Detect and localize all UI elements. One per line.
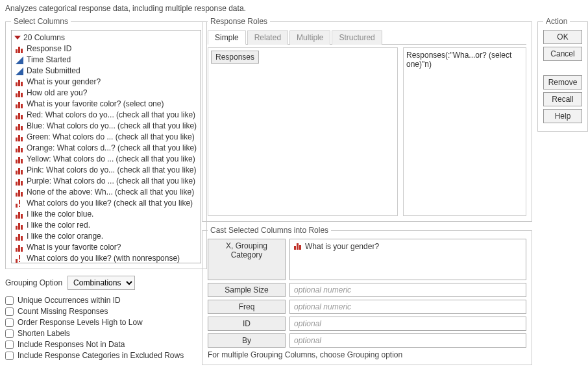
column-item[interactable]: Blue: What colors do yo... (check all th…: [14, 121, 198, 132]
svg-rect-52: [18, 245, 20, 252]
option-checkbox-row[interactable]: Include Response Categories in Excluded …: [5, 351, 197, 360]
grouping-option-select[interactable]: Combinations: [67, 276, 135, 290]
column-item[interactable]: What is your favorite color?: [14, 242, 198, 253]
option-checkbox[interactable]: [5, 341, 14, 349]
cast-button[interactable]: Freq: [208, 300, 286, 314]
option-checkbox-row[interactable]: Unique Occurrences within ID: [5, 296, 197, 305]
ok-button[interactable]: OK: [543, 30, 582, 44]
svg-rect-19: [21, 126, 23, 130]
select-columns-legend: Select Columns: [11, 17, 71, 26]
cast-button[interactable]: ID: [208, 317, 286, 331]
column-item[interactable]: Purple: What colors do ... (check all th…: [14, 176, 198, 187]
responses-button[interactable]: Responses: [211, 51, 259, 64]
column-item[interactable]: Yellow: What colors do ... (check all th…: [14, 154, 198, 165]
option-checkbox[interactable]: [5, 330, 14, 338]
column-item[interactable]: What is your gender?: [14, 77, 198, 88]
svg-rect-26: [16, 160, 18, 163]
svg-rect-53: [21, 247, 23, 252]
svg-rect-29: [16, 171, 18, 174]
option-checkbox[interactable]: [5, 296, 14, 305]
tab-simple[interactable]: Simple: [208, 30, 246, 45]
tab-structured[interactable]: Structured: [332, 30, 382, 45]
svg-rect-33: [18, 179, 20, 186]
nominal-icon: [16, 101, 23, 108]
column-item[interactable]: None of the above: Wh... (check all that…: [14, 187, 198, 198]
cast-dropzone[interactable]: optional numeric: [289, 283, 526, 297]
columns-count-row[interactable]: 20 Columns: [14, 32, 198, 43]
column-item[interactable]: I like the color red.: [14, 220, 198, 231]
tab-multiple[interactable]: Multiple: [289, 30, 330, 45]
cast-button[interactable]: Sample Size: [208, 283, 286, 297]
column-item[interactable]: Response ID: [14, 43, 198, 54]
svg-rect-48: [16, 237, 18, 241]
columns-listbox[interactable]: 20 Columns Response IDTime StartedDate S…: [11, 30, 201, 263]
svg-rect-50: [21, 236, 23, 241]
cast-placeholder: optional: [294, 336, 321, 345]
option-checkbox[interactable]: [5, 307, 14, 316]
column-item-label: I like the color red.: [27, 220, 90, 231]
svg-rect-13: [21, 104, 23, 108]
column-item-label: Red: What colors do yo... (check all tha…: [27, 110, 195, 121]
recall-button[interactable]: Recall: [543, 92, 582, 106]
cast-dropzone[interactable]: What is your gender?: [289, 239, 526, 280]
column-item[interactable]: What is your favorite color? (select one…: [14, 99, 198, 110]
roles-output-box[interactable]: Responses(:"Wha...or? (select one)"n): [403, 47, 526, 216]
remove-button[interactable]: Remove: [543, 75, 582, 90]
roles-output-text: Responses(:"Wha...or? (select one)"n): [406, 51, 511, 69]
cast-dropzone[interactable]: optional: [289, 317, 526, 331]
tab-related[interactable]: Related: [247, 30, 288, 45]
svg-rect-6: [18, 80, 20, 86]
cancel-button[interactable]: Cancel: [543, 47, 582, 61]
svg-rect-54: [16, 259, 18, 263]
column-item[interactable]: I like the color blue.: [14, 209, 198, 220]
svg-rect-24: [18, 146, 20, 152]
column-item[interactable]: Pink: What colors do yo... (check all th…: [14, 165, 198, 176]
cast-dropzone[interactable]: optional: [289, 333, 526, 348]
column-item[interactable]: Red: What colors do yo... (check all tha…: [14, 110, 198, 121]
help-button[interactable]: Help: [543, 109, 582, 123]
cast-note: For multiple Grouping Columns, choose Gr…: [208, 350, 526, 359]
nominal-icon: [16, 156, 23, 163]
column-item[interactable]: Time Started: [14, 54, 198, 66]
option-checkbox-label: Order Response Levels High to Low: [18, 318, 143, 327]
column-item[interactable]: I like the color orange.: [14, 231, 198, 242]
nominal-icon: [16, 233, 23, 241]
response-roles-panel: Response Roles SimpleRelatedMultipleStru…: [202, 17, 532, 222]
column-item[interactable]: Date Submitted: [14, 66, 198, 77]
option-checkbox-label: Count Missing Responses: [18, 307, 108, 316]
option-checkbox[interactable]: [5, 318, 14, 327]
option-checkbox-row[interactable]: Shorten Labels: [5, 329, 197, 338]
multiple-response-icon: [16, 200, 23, 208]
column-item[interactable]: How old are you?: [14, 88, 198, 99]
column-item-label: What is your favorite color? (select one…: [27, 99, 164, 110]
column-item[interactable]: Green: What colors do ... (check all tha…: [14, 132, 198, 143]
cast-placeholder: optional: [294, 319, 321, 328]
column-item[interactable]: Orange: What colors d...? (check all tha…: [14, 143, 198, 154]
option-checkbox-row[interactable]: Count Missing Responses: [5, 307, 197, 316]
column-item-label: Purple: What colors do ... (check all th…: [27, 176, 195, 187]
svg-rect-22: [21, 137, 23, 141]
action-panel: Action OKCancel RemoveRecallHelp: [537, 17, 588, 132]
column-item[interactable]: What colors do you like? (with nonrespon…: [14, 253, 198, 263]
option-checkbox-row[interactable]: Include Responses Not in Data: [5, 340, 197, 349]
cast-button[interactable]: By: [208, 333, 286, 348]
option-checkbox-label: Include Response Categories in Excluded …: [18, 351, 184, 360]
svg-rect-0: [16, 49, 18, 53]
svg-rect-30: [18, 168, 20, 174]
svg-rect-40: [19, 206, 20, 207]
column-item-label: Orange: What colors d...? (check all tha…: [27, 143, 197, 154]
svg-rect-15: [18, 113, 20, 119]
svg-rect-10: [21, 93, 23, 97]
option-checkbox[interactable]: [5, 352, 14, 360]
dropdown-icon: [14, 36, 21, 40]
option-checkbox-row[interactable]: Order Response Levels High to Low: [5, 318, 197, 327]
svg-rect-7: [21, 82, 23, 86]
column-item[interactable]: What colors do you like? (check all that…: [14, 198, 198, 209]
nominal-icon: [16, 45, 23, 53]
cast-dropzone[interactable]: optional numeric: [289, 300, 526, 314]
cast-button[interactable]: X, Grouping Category: [208, 239, 286, 280]
svg-rect-28: [21, 159, 23, 163]
column-item-label: I like the color blue.: [27, 209, 93, 220]
column-item-label: How old are you?: [27, 88, 87, 99]
svg-rect-17: [16, 126, 18, 130]
